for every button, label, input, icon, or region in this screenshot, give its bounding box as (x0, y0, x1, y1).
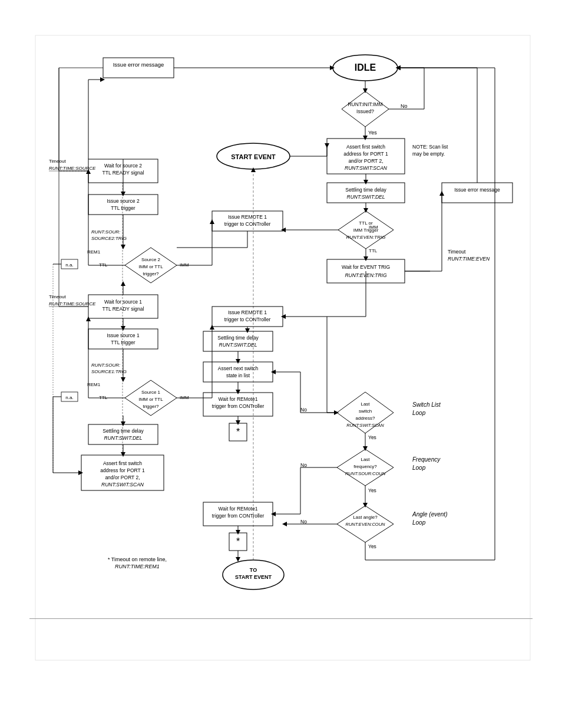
svg-text:RUNT:SWIT:DEL: RUNT:SWIT:DEL (104, 435, 143, 441)
svg-text:Last: Last (361, 401, 370, 407)
svg-text:Angle (event): Angle (event) (412, 511, 447, 518)
svg-text:Last angle?: Last angle? (353, 515, 378, 520)
page-separator (29, 618, 533, 619)
svg-text:Yes: Yes (368, 487, 376, 493)
svg-text:Settling time delay: Settling time delay (103, 428, 144, 434)
svg-text:trigger from CONTroller: trigger from CONTroller (212, 513, 265, 519)
svg-text:No: No (300, 407, 307, 413)
svg-text:Timeout: Timeout (49, 159, 66, 164)
svg-text:Frequency: Frequency (412, 456, 441, 463)
svg-text:Assert first switch: Assert first switch (103, 460, 142, 466)
svg-text:Assert next switch: Assert next switch (218, 365, 259, 371)
svg-text:and/or PORT 2,: and/or PORT 2, (348, 158, 383, 164)
svg-text:Source 2: Source 2 (141, 257, 161, 262)
svg-text:IMM: IMM (369, 225, 378, 230)
svg-text:RUNT:INIT:IMM: RUNT:INIT:IMM (348, 101, 382, 107)
svg-text:RUNT:SWIT:SCAN: RUNT:SWIT:SCAN (101, 482, 144, 487)
svg-text:Issue error message: Issue error message (454, 187, 500, 193)
svg-text:Issue REMOTE 1: Issue REMOTE 1 (228, 214, 267, 220)
svg-text:START EVENT: START EVENT (235, 574, 272, 580)
svg-text:IDLE: IDLE (355, 62, 376, 73)
svg-text:Wait for REMote1: Wait for REMote1 (219, 506, 258, 512)
svg-text:Switch List: Switch List (412, 401, 441, 408)
svg-text:RUNT:SOUR:COUN: RUNT:SOUR:COUN (345, 471, 386, 476)
page: IDLE Issue error message RUNT:INIT:IMM I… (0, 0, 562, 728)
svg-text:n.a.: n.a. (65, 395, 73, 400)
svg-text:SOURCE1:TRIG: SOURCE1:TRIG (91, 369, 127, 374)
svg-text:Loop: Loop (412, 465, 426, 471)
svg-text:START EVENT: START EVENT (231, 153, 276, 160)
svg-text:trigger to CONTroller: trigger to CONTroller (224, 317, 271, 322)
svg-text:RUNT:TIME:EVEN: RUNT:TIME:EVEN (448, 256, 490, 262)
svg-text:TTL trigger: TTL trigger (111, 205, 135, 211)
svg-text:Yes: Yes (368, 434, 376, 440)
svg-text:Issue error message: Issue error message (113, 61, 164, 68)
svg-text:REM1: REM1 (87, 382, 101, 387)
svg-text:RUNT:SWIT:DEL: RUNT:SWIT:DEL (219, 342, 257, 348)
svg-text:RUNT:EVEN:COUN: RUNT:EVEN:COUN (346, 522, 386, 527)
svg-text:RUNT:EVEN:TRIG: RUNT:EVEN:TRIG (346, 235, 386, 240)
svg-text:RUNT:SWIT:SCAN: RUNT:SWIT:SCAN (345, 165, 388, 171)
svg-text:RUNT:TIME:SOURCE: RUNT:TIME:SOURCE (49, 166, 96, 171)
svg-text:IMM or TTL: IMM or TTL (138, 397, 163, 402)
svg-text:TO: TO (250, 567, 257, 573)
svg-text:Source 1: Source 1 (141, 390, 161, 395)
svg-text:RUNT:SOUR:: RUNT:SOUR: (91, 363, 120, 368)
svg-text:RUNT:TIME:REM1: RUNT:TIME:REM1 (115, 564, 160, 569)
svg-text:Wait for EVENT TRIG: Wait for EVENT TRIG (342, 264, 390, 270)
svg-text:address for PORT 1: address for PORT 1 (100, 467, 145, 473)
svg-text:trigger?: trigger? (143, 271, 159, 276)
svg-text:RUNT:SOUR:: RUNT:SOUR: (91, 229, 120, 235)
svg-text:Issue source 2: Issue source 2 (107, 198, 140, 204)
svg-text:Loop: Loop (412, 519, 426, 526)
svg-text:Last: Last (361, 457, 370, 462)
svg-text:and/or PORT 2,: and/or PORT 2, (105, 475, 140, 480)
svg-text:IMM or TTL: IMM or TTL (138, 264, 163, 269)
svg-rect-22 (442, 183, 513, 203)
svg-text:Timeout: Timeout (448, 249, 466, 255)
svg-text:Yes: Yes (368, 130, 377, 136)
svg-text:state in list: state in list (226, 373, 250, 378)
svg-text:No: No (401, 103, 408, 109)
svg-text:frequency?: frequency? (353, 464, 377, 469)
svg-text:SOURCE2:TRIG: SOURCE2:TRIG (91, 236, 127, 241)
svg-text:NOTE: Scan list: NOTE: Scan list (412, 144, 448, 150)
svg-text:Assert first switch: Assert first switch (346, 144, 385, 150)
svg-text:*: * (236, 427, 240, 437)
svg-text:TTL trigger: TTL trigger (111, 340, 135, 345)
svg-text:Issue source 1: Issue source 1 (107, 332, 140, 338)
svg-text:Timeout: Timeout (49, 294, 66, 299)
svg-text:trigger to CONTroller: trigger to CONTroller (224, 221, 271, 227)
svg-text:REM1: REM1 (87, 249, 101, 255)
svg-text:n.a.: n.a. (65, 262, 73, 268)
svg-text:address?: address? (356, 416, 375, 421)
svg-text:may be empty.: may be empty. (412, 151, 445, 157)
svg-text:Settling time delay: Settling time delay (217, 335, 259, 341)
svg-text:Loop: Loop (412, 410, 426, 416)
svg-text:TTL: TTL (369, 248, 378, 253)
svg-text:Settling time delay: Settling time delay (345, 187, 386, 193)
svg-text:Wait for source 1: Wait for source 1 (104, 299, 142, 305)
svg-text:RUNT:SWIT:SCAN: RUNT:SWIT:SCAN (346, 423, 384, 428)
svg-text:Issue REMOTE 1: Issue REMOTE 1 (228, 309, 267, 315)
svg-text:* Timeout on remote line,: * Timeout on remote line, (108, 556, 167, 562)
svg-text:Issued?: Issued? (356, 108, 374, 114)
svg-text:switch: switch (359, 409, 372, 414)
svg-text:RUNT:SWIT:DEL: RUNT:SWIT:DEL (347, 194, 385, 200)
svg-text:Wait for REMote1: Wait for REMote1 (219, 396, 258, 402)
svg-text:Yes: Yes (368, 543, 376, 549)
svg-text:TTL READY signal: TTL READY signal (103, 306, 144, 312)
svg-text:address for PORT 1: address for PORT 1 (343, 151, 388, 157)
svg-text:trigger?: trigger? (143, 404, 159, 409)
svg-text:RUNT:TIME:SOURCE: RUNT:TIME:SOURCE (49, 301, 96, 307)
svg-text:trigger from CONTroller: trigger from CONTroller (212, 403, 265, 409)
svg-text:*: * (236, 536, 240, 546)
